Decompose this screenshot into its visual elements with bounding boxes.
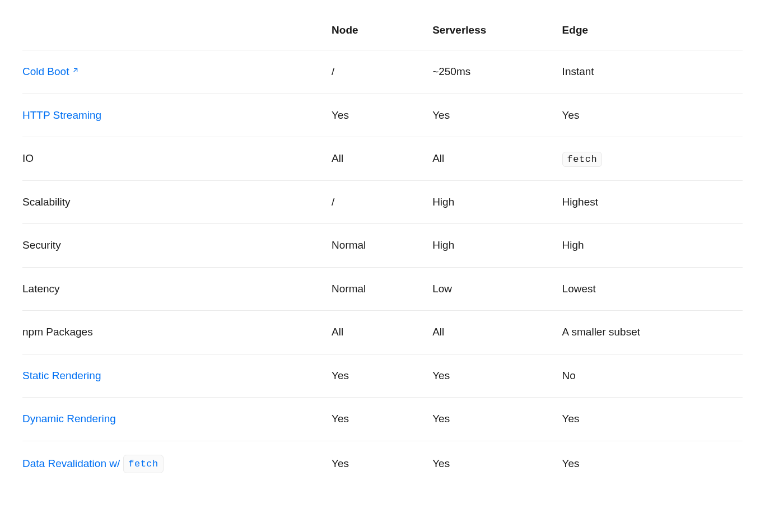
cell-text: All bbox=[332, 152, 343, 164]
header-node: Node bbox=[325, 11, 426, 50]
cell-edge: A smaller subset bbox=[556, 311, 743, 354]
cell-text: Yes bbox=[432, 458, 450, 469]
cell-text: Yes bbox=[432, 109, 450, 121]
row-label-link[interactable]: HTTP Streaming bbox=[22, 108, 101, 124]
table-row: Data Revalidation w/fetchYesYesYes bbox=[22, 441, 743, 487]
row-label-cell: Data Revalidation w/fetch bbox=[22, 441, 325, 487]
cell-serverless: All bbox=[426, 311, 555, 354]
row-label-link[interactable]: Static Rendering bbox=[22, 368, 101, 384]
cell-text: Instant bbox=[562, 66, 594, 77]
cell-text: All bbox=[332, 326, 343, 338]
table-row: Cold Boot/~250msInstant bbox=[22, 50, 743, 94]
row-label-cell: IO bbox=[22, 137, 325, 181]
cell-serverless: Yes bbox=[426, 441, 555, 487]
table-row: IOAllAllfetch bbox=[22, 137, 743, 181]
row-label-code[interactable]: fetch bbox=[123, 455, 164, 474]
cell-text: High bbox=[562, 239, 584, 251]
cell-text: Yes bbox=[562, 458, 580, 469]
cell-edge: Lowest bbox=[556, 267, 743, 311]
cell-serverless: Yes bbox=[426, 94, 555, 137]
cell-text: Yes bbox=[432, 370, 450, 381]
cell-serverless: High bbox=[426, 224, 555, 268]
row-label-cell: npm Packages bbox=[22, 311, 325, 354]
cell-edge: Highest bbox=[556, 180, 743, 224]
cell-node: / bbox=[325, 180, 426, 224]
cell-node: Yes bbox=[325, 94, 426, 137]
row-label-text: Scalability bbox=[22, 196, 71, 208]
cell-text: High bbox=[432, 239, 454, 251]
cell-text: Normal bbox=[332, 239, 366, 251]
cell-text: Lowest bbox=[562, 283, 596, 295]
row-label-cell: Scalability bbox=[22, 180, 325, 224]
cell-edge: Yes bbox=[556, 441, 743, 487]
table-header-row: Node Serverless Edge bbox=[22, 11, 743, 50]
cell-text: Yes bbox=[332, 458, 349, 469]
cell-text: Yes bbox=[432, 413, 450, 424]
cell-edge: No bbox=[556, 354, 743, 398]
table-row: SecurityNormalHighHigh bbox=[22, 224, 743, 268]
row-label-text: npm Packages bbox=[22, 326, 93, 338]
row-label-text: Security bbox=[22, 239, 61, 251]
cell-node: Yes bbox=[325, 398, 426, 441]
row-label-cell: Cold Boot bbox=[22, 50, 325, 94]
row-label-cell: Latency bbox=[22, 267, 325, 311]
cell-text: Low bbox=[432, 283, 452, 295]
row-label-link[interactable]: Dynamic Rendering bbox=[22, 411, 116, 427]
cell-code: fetch bbox=[562, 152, 603, 167]
cell-serverless: Low bbox=[426, 267, 555, 311]
cell-text: Yes bbox=[562, 413, 580, 424]
cell-edge: Instant bbox=[556, 50, 743, 94]
cell-node: Yes bbox=[325, 354, 426, 398]
row-label-text: Latency bbox=[22, 283, 60, 295]
cell-node: Normal bbox=[325, 224, 426, 268]
cell-text: High bbox=[432, 196, 454, 208]
row-label-cell: Security bbox=[22, 224, 325, 268]
cell-serverless: Yes bbox=[426, 398, 555, 441]
row-label-text: IO bbox=[22, 152, 34, 164]
cell-serverless: High bbox=[426, 180, 555, 224]
cell-node: / bbox=[325, 50, 426, 94]
cell-text: Yes bbox=[332, 413, 349, 424]
table-row: Static RenderingYesYesNo bbox=[22, 354, 743, 398]
cell-node: All bbox=[325, 311, 426, 354]
cell-text: / bbox=[332, 66, 334, 77]
table-row: Dynamic RenderingYesYesYes bbox=[22, 398, 743, 441]
cell-edge: High bbox=[556, 224, 743, 268]
cell-text: / bbox=[332, 196, 334, 208]
cell-text: Yes bbox=[332, 109, 349, 121]
row-label-cell: Dynamic Rendering bbox=[22, 398, 325, 441]
cell-text: All bbox=[432, 152, 444, 164]
external-link-icon bbox=[71, 63, 80, 80]
cell-text: Yes bbox=[562, 109, 580, 121]
table-row: npm PackagesAllAllA smaller subset bbox=[22, 311, 743, 354]
comparison-table: Node Serverless Edge Cold Boot/~250msIns… bbox=[22, 11, 743, 487]
cell-text: Highest bbox=[562, 196, 598, 208]
row-label-link[interactable]: Cold Boot bbox=[22, 64, 80, 80]
cell-text: ~250ms bbox=[432, 66, 470, 77]
cell-edge: fetch bbox=[556, 137, 743, 181]
header-edge: Edge bbox=[556, 11, 743, 50]
cell-node: Normal bbox=[325, 267, 426, 311]
cell-edge: Yes bbox=[556, 398, 743, 441]
cell-serverless: ~250ms bbox=[426, 50, 555, 94]
row-label-cell: Static Rendering bbox=[22, 354, 325, 398]
cell-node: All bbox=[325, 137, 426, 181]
cell-serverless: Yes bbox=[426, 354, 555, 398]
table-row: LatencyNormalLowLowest bbox=[22, 267, 743, 311]
table-row: Scalability/HighHighest bbox=[22, 180, 743, 224]
cell-text: No bbox=[562, 370, 576, 381]
table-body: Cold Boot/~250msInstantHTTP StreamingYes… bbox=[22, 50, 743, 487]
table-row: HTTP StreamingYesYesYes bbox=[22, 94, 743, 137]
cell-serverless: All bbox=[426, 137, 555, 181]
cell-text: All bbox=[432, 326, 444, 338]
cell-text: Yes bbox=[332, 370, 349, 381]
header-empty bbox=[22, 11, 325, 50]
row-label-link[interactable]: Data Revalidation w/ bbox=[22, 456, 120, 472]
row-label-cell: HTTP Streaming bbox=[22, 94, 325, 137]
cell-text: A smaller subset bbox=[562, 326, 640, 338]
header-serverless: Serverless bbox=[426, 11, 555, 50]
cell-edge: Yes bbox=[556, 94, 743, 137]
cell-node: Yes bbox=[325, 441, 426, 487]
cell-text: Normal bbox=[332, 283, 366, 295]
